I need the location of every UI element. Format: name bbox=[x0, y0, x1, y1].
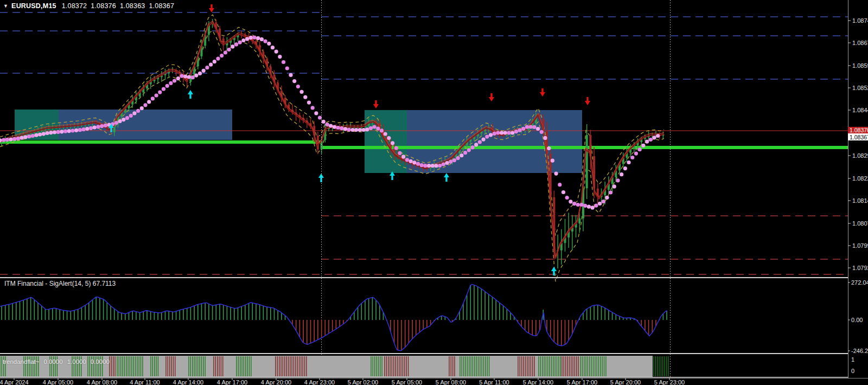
time-axis[interactable]: 4 Apr 20244 Apr 05:004 Apr 08:004 Apr 11… bbox=[0, 378, 868, 385]
indicator-scale-label: 272.0435 bbox=[851, 279, 868, 286]
mt4-chart-window: 1.087451.086701.085951.085201.084451.082… bbox=[0, 0, 868, 385]
time-axis-label: 4 Apr 14:00 bbox=[173, 379, 203, 385]
quote-open: 1.08372 bbox=[62, 2, 87, 10]
time-axis-label: 5 Apr 17:00 bbox=[567, 379, 597, 385]
trend-value-1: 0.0000 bbox=[43, 358, 62, 365]
symbol-timeframe-label: EURUSD,M15 bbox=[11, 2, 56, 10]
chart-canvas[interactable]: 1.087451.086701.085951.085201.084451.082… bbox=[0, 0, 868, 385]
quote-low: 1.08363 bbox=[120, 2, 145, 10]
time-axis-label: 4 Apr 23:00 bbox=[304, 379, 335, 385]
price-axis-label: 1.08220 bbox=[852, 175, 868, 182]
sell-signal-arrow-icon bbox=[373, 100, 379, 108]
trend-scale-label: 0 bbox=[851, 368, 854, 374]
sigalert-panel[interactable] bbox=[0, 284, 667, 350]
ask-price-tag-label: 1.08370 bbox=[850, 127, 868, 133]
time-axis-label: 5 Apr 20:00 bbox=[610, 379, 641, 385]
symbol-dropdown-icon[interactable]: ▼ bbox=[3, 3, 8, 9]
indicator-name-label: ITM Financial - SigAlert(14, 5) bbox=[4, 280, 91, 287]
time-axis-label: 4 Apr 08:00 bbox=[87, 379, 117, 385]
time-axis-label: 4 Apr 20:00 bbox=[261, 379, 291, 385]
price-axis-label: 1.08520 bbox=[852, 85, 868, 91]
indicator-value-label: 67.7113 bbox=[93, 280, 116, 287]
buy-signal-arrow-icon bbox=[444, 173, 449, 182]
price-axis-label: 1.07920 bbox=[852, 265, 868, 271]
quote-bar: ▼EURUSD,M151.083721.083761.083631.08367 bbox=[3, 2, 178, 10]
trend-scale-label: 1 bbox=[851, 356, 854, 363]
panel-separator[interactable] bbox=[0, 277, 868, 278]
trend-value-3: 0.0000 bbox=[91, 358, 110, 365]
indicator-scale-label: 0.00 bbox=[851, 317, 863, 323]
price-axis-label: 1.08145 bbox=[852, 197, 868, 204]
price-axis-label: 1.08295 bbox=[852, 152, 868, 159]
sell-signal-arrow-icon bbox=[585, 97, 590, 105]
quote-close: 1.08367 bbox=[149, 2, 174, 10]
trend-value-2: 1.0000 bbox=[67, 358, 86, 365]
indicator-title: ITM Financial - SigAlert(14, 5) 67.7113 bbox=[4, 280, 116, 287]
time-axis-label: 5 Apr 02:00 bbox=[348, 379, 378, 385]
buy-signal-arrow-icon bbox=[188, 90, 193, 99]
price-axis-label: 1.08070 bbox=[852, 220, 868, 227]
time-axis-label: 4 Apr 2024 bbox=[0, 379, 29, 385]
trend-name-label: trendandflat~ bbox=[3, 358, 39, 365]
price-axis-label: 1.08745 bbox=[852, 17, 868, 24]
time-axis-label: 4 Apr 17:00 bbox=[217, 379, 247, 385]
panel-separator bbox=[0, 377, 848, 378]
time-axis-label: 5 Apr 08:00 bbox=[436, 379, 466, 385]
time-axis-label: 5 Apr 23:00 bbox=[654, 379, 685, 385]
main-price-panel[interactable] bbox=[0, 4, 848, 281]
price-axis-label: 1.08595 bbox=[852, 62, 868, 69]
time-axis-label: 5 Apr 14:00 bbox=[523, 379, 553, 385]
time-axis-label: 5 Apr 11:00 bbox=[479, 379, 509, 385]
sell-signal-arrow-icon bbox=[209, 4, 214, 12]
bid-price-tag-label: 1.08367 bbox=[850, 134, 868, 140]
time-axis-label: 5 Apr 05:00 bbox=[392, 379, 422, 385]
time-axis-label: 4 Apr 11:00 bbox=[130, 379, 159, 385]
sell-signal-arrow-icon bbox=[540, 88, 545, 97]
price-axis-label: 1.08445 bbox=[852, 107, 868, 113]
indicator-scale-label: -246.2335 bbox=[851, 348, 868, 354]
quote-high: 1.08376 bbox=[91, 2, 116, 10]
axis-column-mask bbox=[848, 0, 868, 385]
panel-separator[interactable] bbox=[0, 353, 868, 354]
price-axis-label: 1.08670 bbox=[852, 40, 868, 46]
time-axis-label: 4 Apr 05:00 bbox=[43, 379, 73, 385]
trend-indicator-label: trendandflat~0.00001.00000.0000 bbox=[3, 358, 114, 365]
price-axis-label: 1.07995 bbox=[852, 242, 868, 249]
sell-signal-arrow-icon bbox=[489, 93, 494, 101]
